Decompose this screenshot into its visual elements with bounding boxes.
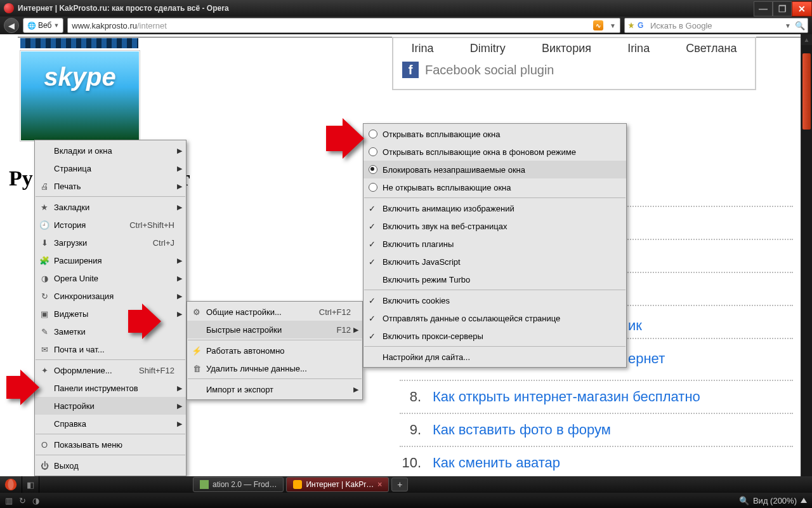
menu-item-label: Заметки bbox=[54, 327, 86, 337]
scroll-thumb[interactable] bbox=[802, 53, 811, 130]
list-number: 10. bbox=[400, 455, 421, 471]
menu-item-showmenu[interactable]: OПоказывать меню bbox=[35, 436, 186, 453]
menu-item-quick[interactable]: Быстрые настройкиF12▶ bbox=[187, 321, 362, 338]
menu-item-toolbars[interactable]: Панели инструментов▶ bbox=[35, 379, 186, 397]
zoom-control[interactable]: 🔍 Вид (200%) bbox=[739, 496, 807, 505]
skype-logo-text: skype bbox=[44, 63, 115, 91]
close-button[interactable]: ✕ bbox=[792, 1, 812, 17]
menu-item-label: Включить JavaScript bbox=[383, 257, 461, 267]
list-number: 8. bbox=[400, 389, 421, 405]
menu-item-label: Синхронизация bbox=[54, 291, 114, 301]
maximize-button[interactable]: ❐ bbox=[773, 1, 792, 17]
menu-item-help[interactable]: Справка▶ bbox=[35, 415, 186, 432]
settings-submenu: ⚙Общие настройки...Ctrl+F12Быстрые настр… bbox=[187, 301, 363, 400]
search-scope-chip[interactable]: 🌐 Веб ▼ bbox=[23, 18, 63, 33]
tab-bar: ◧ ation 2.0 — Frod… Интернет | KakPr… × … bbox=[0, 476, 812, 493]
opera-menu-button[interactable] bbox=[0, 476, 22, 493]
submenu-arrow-icon: ▶ bbox=[177, 147, 182, 155]
submenu-arrow-icon: ▶ bbox=[353, 385, 358, 394]
widgets-icon: ▣ bbox=[39, 308, 50, 319]
menu-item-tabs[interactable]: Вкладки и окна▶ bbox=[35, 142, 186, 159]
menu-item-history[interactable]: 🕘ИсторияCtrl+Shift+H bbox=[35, 216, 186, 234]
list-link[interactable]: ик bbox=[628, 318, 642, 334]
menu-item-settings[interactable]: Настройки▶ bbox=[35, 397, 186, 415]
menu-item-sync[interactable]: ↻Синхронизация▶ bbox=[35, 287, 186, 305]
divider-dotted bbox=[400, 446, 793, 447]
scroll-up-icon[interactable]: ▲ bbox=[801, 34, 812, 45]
rss-icon[interactable]: ∿ bbox=[593, 20, 603, 30]
menu-item-exit[interactable]: ⏻Выход bbox=[35, 457, 186, 474]
menu-item-cookies[interactable]: ✓Включить cookies bbox=[363, 291, 626, 309]
menu-item-sound[interactable]: ✓Включить звук на веб-страницах bbox=[363, 217, 626, 235]
list-number: 9. bbox=[400, 422, 421, 438]
url-host: www.kakprosto.ru bbox=[72, 21, 137, 30]
menu-item-p_open[interactable]: Открывать всплывающие окна bbox=[363, 125, 626, 143]
menu-item-extensions[interactable]: 🧩Расширения▶ bbox=[35, 251, 186, 269]
panel-icon[interactable]: ▥ bbox=[5, 496, 13, 505]
facebook-icon[interactable]: f bbox=[402, 62, 419, 78]
menu-item-site[interactable]: Настройки для сайта... bbox=[363, 348, 626, 366]
check-icon: ✓ bbox=[369, 257, 377, 266]
menu-item-p_block[interactable]: Блокировать незапрашиваемые окна bbox=[363, 161, 626, 178]
shortcut-label: Ctrl+J bbox=[138, 238, 174, 248]
skype-thumbnail[interactable]: skype bbox=[20, 51, 140, 141]
unite-icon[interactable]: ◑ bbox=[32, 496, 39, 505]
chevron-down-icon[interactable]: ▼ bbox=[610, 22, 616, 29]
menu-item-turbo[interactable]: Включить режим Turbo bbox=[363, 271, 626, 288]
menu-item-proxy[interactable]: ✓Включить прокси-серверы bbox=[363, 327, 626, 345]
list-link[interactable]: ернет bbox=[628, 351, 665, 367]
menu-item-print[interactable]: 🖨Печать▶ bbox=[35, 177, 186, 195]
menu-item-plugins[interactable]: ✓Включить плагины bbox=[363, 235, 626, 253]
menu-item-anim[interactable]: ✓Включить анимацию изображений bbox=[363, 199, 626, 217]
star-icon[interactable] bbox=[627, 22, 635, 29]
menu-item-skin[interactable]: ✦Оформление...Shift+F12 bbox=[35, 361, 186, 379]
radio-icon bbox=[369, 183, 377, 192]
menu-item-clear[interactable]: 🗑Удалить личные данные... bbox=[187, 359, 362, 377]
vertical-scrollbar[interactable]: ▲ ▼ bbox=[801, 34, 812, 493]
panel-toggle[interactable]: ◧ bbox=[22, 476, 39, 493]
sync-icon[interactable]: ↻ bbox=[19, 496, 26, 505]
menu-separator bbox=[36, 196, 185, 197]
list-link[interactable]: Как сменить аватар bbox=[433, 455, 560, 471]
fb-name: Dimitry bbox=[470, 42, 506, 55]
menu-item-p_bg[interactable]: Открывать всплывающие окна в фоновом реж… bbox=[363, 143, 626, 161]
window-title: Интернет | KakProsto.ru: как просто сдел… bbox=[18, 4, 229, 13]
back-button[interactable]: ◀ bbox=[4, 18, 19, 33]
new-tab-button[interactable]: + bbox=[391, 478, 408, 491]
tab[interactable]: ation 2.0 — Frod… bbox=[193, 477, 284, 492]
menu-item-p_none[interactable]: Не открывать всплывающие окна bbox=[363, 178, 626, 196]
menu-item-bookmarks[interactable]: ★Закладки▶ bbox=[35, 198, 186, 216]
menu-item-mail[interactable]: ✉Почта и чат... bbox=[35, 340, 186, 358]
close-tab-icon[interactable]: × bbox=[377, 480, 382, 489]
tab-favicon bbox=[200, 480, 209, 489]
menu-item-label: Выход bbox=[54, 461, 79, 471]
menu-item-label: Закладки bbox=[54, 203, 89, 212]
tab-active[interactable]: Интернет | KakPr… × bbox=[286, 477, 389, 492]
menu-item-page[interactable]: Страница▶ bbox=[35, 159, 186, 177]
menu-item-label: Импорт и экспорт bbox=[206, 385, 273, 394]
offline-icon: ⚡ bbox=[191, 345, 202, 356]
menu-item-widgets[interactable]: ▣Виджеты▶ bbox=[35, 305, 186, 323]
menu-item-general[interactable]: ⚙Общие настройки...Ctrl+F12 bbox=[187, 303, 362, 321]
menu-item-downloads[interactable]: ⬇ЗагрузкиCtrl+J bbox=[35, 234, 186, 251]
list-link[interactable]: Как открыть интернет-магазин бесплатно bbox=[433, 389, 700, 405]
menu-item-import[interactable]: Импорт и экспорт▶ bbox=[187, 380, 362, 398]
showmenu-icon: O bbox=[39, 439, 50, 450]
list-link[interactable]: Как вставить фото в форум bbox=[433, 422, 611, 438]
search-field[interactable]: G Искать в Google ▼ 🔍 bbox=[624, 18, 808, 33]
menu-item-label: Открывать всплывающие окна в фоновом реж… bbox=[383, 147, 576, 157]
menu-item-label: Расширения bbox=[54, 256, 102, 265]
check-icon: ✓ bbox=[369, 239, 377, 248]
menu-item-referer[interactable]: ✓Отправлять данные о ссылающейся страниц… bbox=[363, 309, 626, 327]
menu-item-js[interactable]: ✓Включить JavaScript bbox=[363, 253, 626, 271]
menu-item-unite[interactable]: ◑Opera Unite▶ bbox=[35, 269, 186, 287]
chevron-up-icon[interactable] bbox=[801, 498, 807, 503]
mail-icon: ✉ bbox=[39, 344, 50, 355]
search-go-icon[interactable]: 🔍 bbox=[795, 21, 805, 30]
menu-item-label: Отправлять данные о ссылающейся странице bbox=[383, 314, 560, 323]
url-field[interactable]: www.kakprosto.ru/internet ∿ ▼ bbox=[67, 18, 620, 33]
minimize-button[interactable]: — bbox=[754, 1, 773, 17]
menu-item-offline[interactable]: ⚡Работать автономно bbox=[187, 342, 362, 359]
menu-item-notes[interactable]: ✎Заметки bbox=[35, 323, 186, 340]
chevron-down-icon[interactable]: ▼ bbox=[785, 22, 791, 29]
